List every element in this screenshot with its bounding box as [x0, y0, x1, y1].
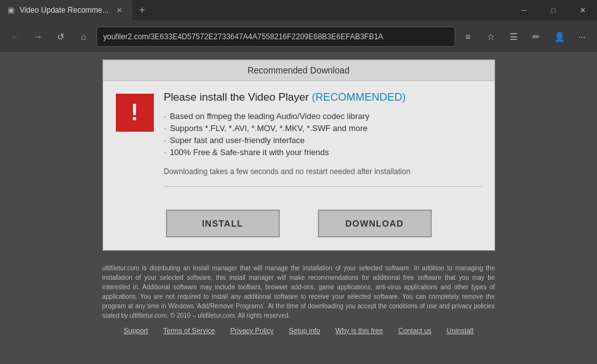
notes-button[interactable]: ✏ [526, 27, 546, 47]
feature-text-1: Based on ffmpeg the leading Audio/Video … [170, 111, 369, 121]
modal-body: ! Please install the Video Player (RECOM… [103, 81, 494, 202]
modal-features: · Based on ffmpeg the leading Audio/Vide… [164, 111, 482, 157]
feature-1: · Based on ffmpeg the leading Audio/Vide… [164, 111, 482, 121]
feature-3: · Super fast and user-friendly interface [164, 135, 482, 145]
new-tab-button[interactable]: + [132, 0, 153, 20]
reader-button[interactable]: ≡ [458, 27, 478, 47]
modal-title-recommended: (RECOMMENDED) [312, 91, 406, 103]
bullet-icon: · [164, 111, 167, 121]
refresh-button[interactable]: ↺ [51, 27, 71, 47]
window-controls: ─ □ ✕ [510, 0, 597, 20]
nav-icons: ≡ ☆ ☰ ✏ 👤 ··· [458, 27, 592, 47]
modal-subtitle: Downloading takes a few seconds and no r… [164, 167, 482, 176]
browser-tab[interactable]: ▣ Video Update Recomme... ✕ [0, 0, 132, 20]
footer-link-uninstall[interactable]: Uninstall [447, 325, 474, 336]
favorites-button[interactable]: ☆ [481, 27, 501, 47]
feature-4: · 100% Free & Safe-share it with your fr… [164, 147, 482, 157]
tab-favicon-icon: ▣ [8, 6, 15, 15]
modal-title-plain: Please install the Video Player [164, 91, 312, 103]
footer-links: Support Terms of Service Privacy Policy … [103, 325, 495, 336]
feature-2: · Supports *.FLV, *.AVI, *.MOV, *.MKV, *… [164, 123, 482, 133]
hub-button[interactable]: ☰ [503, 27, 524, 47]
maximize-button[interactable]: □ [539, 0, 568, 20]
page-content: Recommended Download ! Please install th… [0, 53, 597, 364]
feature-text-3: Super fast and user-friendly interface [170, 135, 305, 145]
modal-actions: INSTALL DOWNLOAD [103, 202, 494, 250]
close-button[interactable]: ✕ [568, 0, 597, 20]
footer-link-terms[interactable]: Terms of Service [163, 325, 215, 336]
bullet-icon: · [164, 135, 167, 145]
modal-title: Please install the Video Player (RECOMME… [164, 91, 482, 104]
footer-link-setup[interactable]: Setup info [289, 325, 320, 336]
bullet-icon: · [164, 147, 167, 157]
tab-close-button[interactable]: ✕ [114, 5, 125, 16]
modal-header: Recommended Download [103, 60, 494, 81]
forward-button[interactable]: → [28, 27, 48, 47]
footer-link-contact[interactable]: Contact us [398, 325, 432, 336]
titlebar: ▣ Video Update Recomme... ✕ + ─ □ ✕ [0, 0, 597, 20]
footer-link-why-free[interactable]: Why is this free [336, 325, 383, 336]
back-button[interactable]: ← [5, 27, 25, 47]
tab-title: Video Update Recomme... [20, 6, 109, 15]
install-button[interactable]: INSTALL [166, 210, 280, 237]
feature-text-4: 100% Free & Safe-share it with your frie… [170, 147, 329, 157]
bullet-icon: · [164, 123, 167, 133]
modal-icon-area: ! [116, 91, 154, 192]
download-button[interactable]: DOWNLOAD [318, 210, 432, 237]
warning-icon: ! [116, 94, 154, 132]
navbar: ← → ↺ ⌂ youfiler2.com/3E633E4D57572E2733… [0, 20, 597, 53]
minimize-button[interactable]: ─ [510, 0, 539, 20]
home-button[interactable]: ⌂ [73, 27, 94, 47]
modal-divider [164, 186, 482, 187]
footer-link-privacy[interactable]: Privacy Policy [230, 325, 273, 336]
footer-link-support[interactable]: Support [123, 325, 148, 336]
recommended-download-modal: Recommended Download ! Please install th… [103, 60, 495, 251]
address-text: youfiler2.com/3E633E4D57572E2733647A4A75… [103, 32, 383, 41]
address-bar[interactable]: youfiler2.com/3E633E4D57572E2733647A4A75… [96, 27, 455, 47]
modal-text-area: Please install the Video Player (RECOMME… [164, 91, 482, 192]
account-button[interactable]: 👤 [549, 27, 569, 47]
footer-disclaimer: ultifiletur.com is distributing an insta… [103, 265, 495, 319]
feature-text-2: Supports *.FLV, *.AVI, *.MOV, *.MKV, *.S… [170, 123, 367, 133]
page-footer: ultifiletur.com is distributing an insta… [103, 263, 495, 336]
more-button[interactable]: ··· [572, 27, 592, 47]
